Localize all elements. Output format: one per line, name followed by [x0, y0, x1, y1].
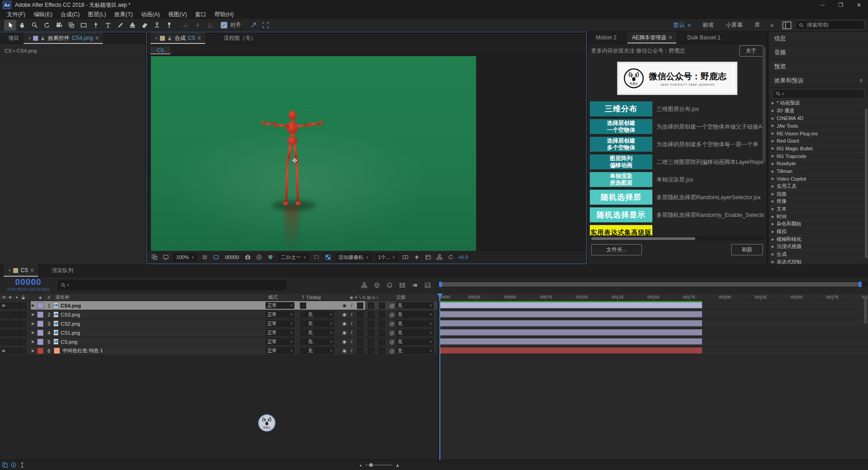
- timeline-tab-render-queue[interactable]: 渲染队列: [47, 264, 78, 277]
- effects-search-input[interactable]: ▾: [772, 89, 864, 99]
- layer-switches[interactable]: ◉/: [341, 321, 388, 327]
- viewer-tab-cs[interactable]: CS: [150, 47, 170, 54]
- reset-exposure-icon[interactable]: [447, 253, 455, 261]
- script-button-3[interactable]: 图层阵列 偏移动画: [590, 154, 652, 169]
- layer-name[interactable]: 中间色红色 纯色 1: [53, 347, 265, 354]
- effects-category-3[interactable]: ▶JAe Tools: [769, 122, 868, 130]
- preserve-transparency-toggle[interactable]: [300, 312, 306, 318]
- workspace-tab-standard[interactable]: 标准: [697, 21, 720, 29]
- comp-mini-flowchart-icon[interactable]: [359, 280, 369, 290]
- zoom-tool[interactable]: [29, 20, 41, 31]
- expand-in-out-panes-button[interactable]: [19, 462, 25, 468]
- effects-category-11[interactable]: ▶实用工具: [769, 183, 868, 191]
- expand-arrow-icon[interactable]: ▶: [772, 101, 774, 105]
- minimize-button[interactable]: ─: [814, 0, 832, 10]
- layer-solo-toggle[interactable]: [14, 321, 20, 327]
- expand-transfer-controls-button[interactable]: [10, 462, 17, 468]
- always-preview-icon[interactable]: [150, 253, 159, 261]
- close-button[interactable]: ✕: [850, 0, 868, 10]
- menu-item-1[interactable]: 编辑(E): [29, 11, 57, 19]
- effects-category-19[interactable]: ▶沉浸式视频: [769, 243, 868, 251]
- workspace-tab-default[interactable]: 默认≡: [668, 21, 697, 29]
- layer-lock-toggle[interactable]: [20, 339, 26, 345]
- source-name-column-header[interactable]: 源名称: [53, 294, 265, 301]
- layer-switches[interactable]: ◉/: [341, 312, 388, 318]
- layer-row-6[interactable]: ▶6中间色红色 纯色 1正常∨无∨◉/@无∨: [0, 346, 868, 355]
- layer-duration-bar[interactable]: [439, 347, 702, 354]
- expand-arrow-icon[interactable]: ▶: [772, 146, 774, 150]
- quality-switch-icon[interactable]: ◉: [342, 339, 347, 344]
- layer-lock-toggle[interactable]: [20, 348, 26, 354]
- work-area-bar[interactable]: [439, 301, 702, 302]
- effects-category-8[interactable]: ▶Rowbyte: [769, 160, 868, 168]
- layer-visibility-toggle[interactable]: [0, 348, 7, 354]
- rasterize-switch-icon[interactable]: /: [351, 339, 352, 344]
- parent-pickwhip-icon[interactable]: @: [388, 303, 396, 308]
- effects-category-0[interactable]: ▶* 动画预设: [769, 100, 868, 107]
- script-button-7[interactable]: 实用表达式集高级版: [590, 225, 652, 235]
- view-layout-dropdown[interactable]: 1个...∨: [375, 253, 399, 262]
- effects-category-1[interactable]: ▶3D 通道: [769, 107, 868, 115]
- rotation-tool[interactable]: [41, 20, 53, 31]
- preserve-transparency-toggle[interactable]: [300, 339, 306, 345]
- expand-arrow-icon[interactable]: ▶: [772, 245, 774, 249]
- expand-arrow-icon[interactable]: ▶: [772, 260, 774, 264]
- workspace-overflow-button[interactable]: »: [766, 22, 778, 29]
- layer-label-chip[interactable]: [36, 339, 44, 345]
- help-search-input[interactable]: 搜索帮助: [796, 20, 864, 30]
- quality-switch-icon[interactable]: ◉: [342, 321, 347, 326]
- frame-blending-icon[interactable]: [397, 280, 407, 290]
- layer-expand-arrow[interactable]: ▶: [30, 312, 36, 317]
- layer-solo-toggle[interactable]: [14, 302, 20, 309]
- roto-brush-tool[interactable]: [151, 20, 163, 31]
- script-vertical-scrollbar[interactable]: [762, 47, 766, 163]
- effects-category-7[interactable]: ▶RG Trapcode: [769, 153, 868, 160]
- parent-dropdown[interactable]: 无∨: [396, 311, 434, 318]
- expand-arrow-icon[interactable]: ▶: [772, 139, 774, 143]
- layer-track[interactable]: [439, 346, 868, 355]
- eye-icon[interactable]: [0, 348, 7, 354]
- layer-expand-arrow[interactable]: ▶: [30, 303, 36, 307]
- panel-menu-icon[interactable]: ≡: [859, 77, 863, 84]
- layer-track[interactable]: [439, 310, 868, 319]
- rasterize-switch-icon[interactable]: /: [351, 312, 352, 317]
- layer-track[interactable]: [439, 301, 868, 310]
- eye-icon[interactable]: [0, 339, 7, 345]
- layer-solo-toggle[interactable]: [14, 348, 20, 354]
- expand-arrow-icon[interactable]: ▶: [772, 215, 774, 219]
- trkmat-dropdown[interactable]: 无∨: [306, 338, 334, 345]
- layer-label-chip[interactable]: [36, 302, 44, 309]
- pixel-aspect-icon[interactable]: [401, 253, 410, 261]
- expand-arrow-icon[interactable]: ▶: [772, 207, 774, 211]
- quality-switch-icon[interactable]: ◉: [342, 330, 347, 335]
- preserve-transparency-toggle[interactable]: [300, 330, 306, 336]
- layer-track[interactable]: [439, 319, 868, 328]
- primary-viewer-icon[interactable]: [162, 253, 170, 261]
- layer-switches[interactable]: ◉/: [341, 348, 388, 354]
- effects-category-16[interactable]: ▶杂色和颗粒: [769, 221, 868, 228]
- trkmat-dropdown[interactable]: 无∨: [306, 347, 334, 354]
- timeline-pan-bar[interactable]: [439, 281, 868, 288]
- puppet-pin-tool[interactable]: [163, 20, 175, 31]
- layer-track[interactable]: [439, 337, 868, 346]
- exposure-value[interactable]: +0.0: [458, 254, 468, 260]
- layer-visibility-toggle[interactable]: [0, 330, 7, 336]
- quality-switch-icon[interactable]: ◉: [342, 348, 347, 353]
- show-snapshot-icon[interactable]: [255, 253, 263, 261]
- hide-shy-layers-icon[interactable]: [385, 280, 395, 290]
- parent-dropdown[interactable]: 无∨: [396, 347, 434, 354]
- layer-label-chip[interactable]: [36, 312, 44, 318]
- script-button-2[interactable]: 选择层创建 多个空物体: [590, 137, 652, 152]
- folder-button[interactable]: 文件夹...: [591, 244, 642, 255]
- panel-effects-presets[interactable]: 效果和预设 ≡: [769, 74, 868, 88]
- menu-item-0[interactable]: 文件(F): [3, 11, 29, 19]
- effects-category-21[interactable]: ▶表达式控制: [769, 258, 868, 264]
- local-axis-mode-icon[interactable]: [179, 20, 192, 31]
- effects-category-9[interactable]: ▶Tillman: [769, 168, 868, 175]
- expand-arrow-icon[interactable]: ▶: [772, 184, 774, 188]
- layer-visibility-toggle[interactable]: [0, 312, 7, 318]
- align-checkbox[interactable]: ✓: [221, 22, 227, 29]
- preserve-transparency-toggle[interactable]: [300, 321, 306, 327]
- mask-visibility-icon[interactable]: [212, 253, 220, 261]
- channels-icon[interactable]: [266, 253, 275, 261]
